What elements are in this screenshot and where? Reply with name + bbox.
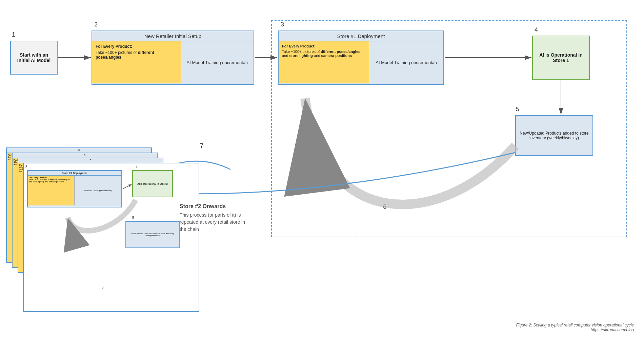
box2-left-panel: For Every Product: Take ~100+ pictures o… (92, 41, 181, 83)
store2-section: Store #2 Onwards This process (or parts … (180, 203, 247, 233)
box4-ai-operational: AI is Operational in Store 1 (532, 36, 590, 80)
box3-store-deployment: Store #1 Deployment For Every Product: T… (278, 31, 444, 85)
step5-number: 5 (516, 106, 519, 113)
step7-number: 7 (200, 142, 203, 149)
box3-left-title: For Every Product: (282, 44, 365, 48)
box1-label: Start with an Initial AI Model (14, 52, 54, 63)
mini-store-front: 3 Store #1 Deployment For Every Product:… (23, 163, 199, 312)
step3-number: 3 (281, 21, 284, 28)
box5-label: New/Updated Products added to store inve… (519, 131, 590, 140)
svg-line-4 (123, 184, 132, 189)
store2-title: Store #2 Onwards (180, 203, 247, 210)
mini-step4-num: 4 (136, 165, 138, 169)
box3-right-panel: AI Model Training (incremental) (369, 41, 443, 83)
box2-right-panel: AI Model Training (incremental) (181, 41, 254, 83)
arrow-6-cycle (305, 98, 515, 204)
box2-title: New Retailer Initial Setup (92, 31, 254, 41)
box3-left-body: Take ~100+ pictures of different poses/a… (282, 49, 365, 58)
mini-box4: AI is Operational in Store 2 (132, 170, 173, 197)
box5-new-products: New/Updated Products added to store inve… (515, 115, 593, 156)
box3-left-panel: For Every Product: Take ~100+ pictures o… (279, 41, 369, 83)
step1-number: 1 (12, 31, 15, 38)
mini-step6-num: 6 (102, 285, 104, 289)
figure-caption-line1: Figure 2: Scaling a typical retail compu… (516, 323, 634, 327)
step6-number: 6 (383, 203, 386, 211)
figure-caption-line2: https://ultronai.com/blog (516, 327, 634, 332)
figure-caption: Figure 2: Scaling a typical retail compu… (516, 323, 634, 332)
box1-start: Start with an Initial AI Model (10, 41, 58, 75)
step4-number: 4 (535, 26, 538, 34)
step2-number: 2 (94, 21, 98, 28)
mini-step3-num: 3 (25, 165, 27, 169)
box2-retailer-setup: New Retailer Initial Setup For Every Pro… (92, 31, 254, 85)
mini-step5-num: 5 (132, 216, 134, 220)
box4-label: AI is Operational in Store 1 (536, 52, 586, 63)
mini-box3: Store #1 Deployment For Every Product:Ta… (27, 170, 122, 207)
mini-box5: New/Updated Products added to store inve… (125, 221, 180, 248)
diagram-container: 1 Start with an Initial AI Model 2 New R… (0, 0, 644, 339)
box3-title: Store #1 Deployment (279, 31, 443, 41)
box3-right-label: AI Model Training (incremental) (376, 60, 437, 65)
box2-left-title: For Every Product: (96, 44, 177, 49)
arrow-7-main (163, 153, 515, 194)
box2-left-body: Take ~100+ pictures of different poses/a… (96, 50, 177, 60)
box2-right-label: AI Model Training (incremental) (187, 60, 248, 65)
store2-description: This process (or parts of it) is repeate… (180, 212, 247, 233)
